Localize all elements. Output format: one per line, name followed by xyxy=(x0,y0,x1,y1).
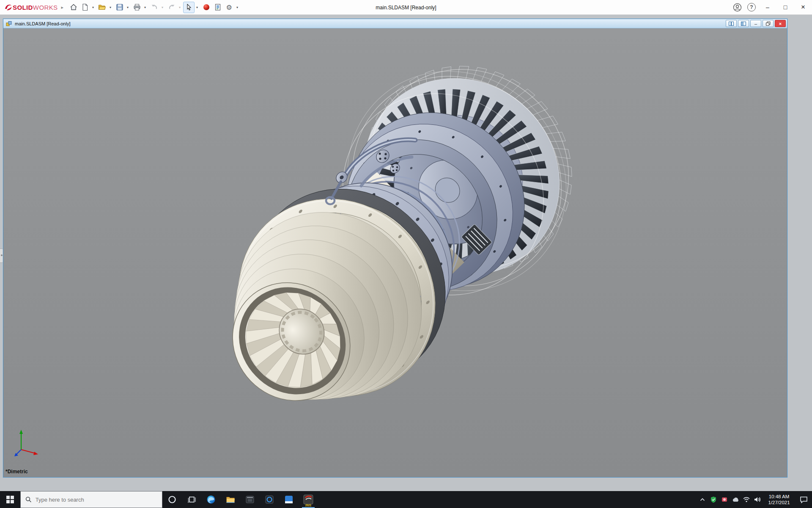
app-minimize-button[interactable]: – xyxy=(759,0,776,15)
app-icon-media-player xyxy=(264,494,274,505)
print-dropdown[interactable]: ▾ xyxy=(143,2,148,13)
brand-solid: SOLID xyxy=(13,4,33,11)
file-explorer-icon xyxy=(225,494,236,505)
help-icon: ? xyxy=(747,3,756,11)
doc-restore-button[interactable] xyxy=(763,20,774,27)
cloud-icon xyxy=(732,497,739,502)
new-document-button[interactable] xyxy=(79,2,91,13)
redo-dropdown[interactable]: ▾ xyxy=(177,2,182,13)
action-center-icon xyxy=(800,496,808,503)
assembly-document-icon xyxy=(6,21,12,27)
search-input[interactable] xyxy=(36,497,157,503)
options-gear-button[interactable]: ⚙ xyxy=(223,2,235,13)
cortana-icon xyxy=(167,495,177,504)
print-button[interactable] xyxy=(131,2,143,13)
clock-time: 10:48 AM xyxy=(769,494,790,500)
tray-show-hidden-icons-button[interactable] xyxy=(697,491,708,508)
task-view-icon xyxy=(187,495,196,504)
chevron-up-icon xyxy=(700,498,705,501)
document-window-controls: – × xyxy=(726,20,786,27)
tray-network-button[interactable] xyxy=(741,491,752,508)
options-dropdown[interactable]: ▾ xyxy=(235,2,240,13)
document-title-bar[interactable]: main.SLDASM [Read-only] – × xyxy=(3,19,787,28)
save-button[interactable] xyxy=(114,2,125,13)
new-document-dropdown[interactable]: ▾ xyxy=(91,2,96,13)
task-view-button[interactable] xyxy=(182,491,201,508)
cortana-button[interactable] xyxy=(162,491,182,508)
help-button[interactable]: ? xyxy=(744,0,759,15)
solidworks-version-badge: 2021 xyxy=(299,504,318,507)
3d-viewport[interactable] xyxy=(3,28,787,477)
brand-works: WORKS xyxy=(33,4,58,11)
undo-button[interactable] xyxy=(148,2,160,13)
mdi-background: main.SLDASM [Read-only] – × xyxy=(0,15,812,491)
tray-volume-button[interactable] xyxy=(752,491,763,508)
taskbar-app-button-1[interactable] xyxy=(240,491,260,508)
select-tool-button[interactable] xyxy=(183,2,195,13)
solidworks-logo: SOLIDWORKS xyxy=(4,3,58,11)
app-window-controls: ? – □ × xyxy=(730,0,812,15)
clock-date: 1/27/2021 xyxy=(768,500,790,505)
file-explorer-button[interactable] xyxy=(221,491,240,508)
solidworks-application: SOLIDWORKS ▸ ▾ ▾ ▾ ▾ xyxy=(0,0,812,508)
windows-taskbar: 2021 xyxy=(0,491,812,508)
doc-minimize-button[interactable]: – xyxy=(750,20,761,27)
edge-icon xyxy=(206,494,216,505)
app-title-bar: SOLIDWORKS ▸ ▾ ▾ ▾ ▾ xyxy=(0,0,812,15)
system-tray: 10:48 AM 1/27/2021 xyxy=(697,491,812,508)
app-close-button[interactable]: × xyxy=(794,0,812,15)
open-dropdown[interactable]: ▾ xyxy=(108,2,113,13)
document-window: main.SLDASM [Read-only] – × xyxy=(3,19,787,478)
tray-gpu-button[interactable] xyxy=(719,491,730,508)
3dexperience-sphere-button[interactable] xyxy=(200,2,212,13)
solidworks-taskbar-button[interactable]: 2021 xyxy=(299,491,318,508)
app-maximize-button[interactable]: □ xyxy=(776,0,794,15)
taskbar-app-button-3[interactable] xyxy=(279,491,299,508)
search-icon xyxy=(25,496,32,503)
doc-new-window-button[interactable] xyxy=(726,20,737,27)
home-button[interactable] xyxy=(68,2,79,13)
select-tool-dropdown[interactable]: ▾ xyxy=(195,2,200,13)
tray-cloud-button[interactable] xyxy=(730,491,741,508)
wifi-icon xyxy=(743,497,750,502)
edge-button[interactable] xyxy=(201,491,221,508)
dassault-logo-icon xyxy=(4,3,13,11)
taskbar-app-button-2[interactable] xyxy=(260,491,279,508)
undo-dropdown[interactable]: ▾ xyxy=(160,2,165,13)
menu-flyout-icon[interactable]: ▸ xyxy=(61,5,64,10)
redo-button[interactable] xyxy=(166,2,177,13)
document-title: main.SLDASM [Read-only] xyxy=(15,21,70,26)
graphics-area[interactable]: *Dimetric xyxy=(3,28,787,477)
start-button[interactable] xyxy=(0,491,20,508)
doc-split-view-button[interactable] xyxy=(738,20,749,27)
speaker-icon xyxy=(754,496,761,503)
app-icon-blue-window xyxy=(284,494,294,505)
app-icon-dark-window xyxy=(245,494,255,505)
orientation-triad xyxy=(14,430,38,456)
action-center-button[interactable] xyxy=(795,491,812,508)
taskbar-search-box[interactable] xyxy=(20,491,162,508)
open-button[interactable] xyxy=(96,2,108,13)
file-properties-button[interactable] xyxy=(212,2,223,13)
security-shield-icon xyxy=(710,496,717,503)
windows-logo-icon xyxy=(6,496,14,503)
save-dropdown[interactable]: ▾ xyxy=(125,2,130,13)
view-orientation-label: *Dimetric xyxy=(5,469,28,475)
taskbar-clock[interactable]: 10:48 AM 1/27/2021 xyxy=(763,491,795,508)
quick-toolbar: ▾ ▾ ▾ ▾ ▾ ▾ ▾ xyxy=(68,2,241,13)
account-button[interactable] xyxy=(730,0,744,15)
doc-close-button[interactable]: × xyxy=(775,20,786,27)
tray-security-button[interactable] xyxy=(708,491,719,508)
gpu-icon xyxy=(721,496,728,503)
